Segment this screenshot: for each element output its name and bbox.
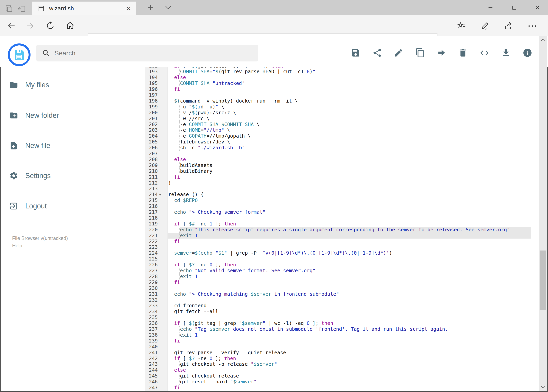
sidebar-item-my-files[interactable]: My files xyxy=(9,79,138,91)
code-line[interactable]: echo "This release script requires a sin… xyxy=(168,227,510,233)
back-icon[interactable] xyxy=(7,21,16,30)
code-line[interactable]: -e HOME="//tmp" \ xyxy=(168,127,230,133)
new-tab-icon[interactable] xyxy=(146,4,155,12)
save-button[interactable] xyxy=(351,48,361,58)
sidebar-item-label: Settings xyxy=(25,172,51,180)
code-line[interactable]: fi xyxy=(168,338,180,344)
code-line[interactable]: echo "Tag $semver does not exist in subm… xyxy=(168,326,451,332)
code-editor[interactable]: 192 if [ "$(git status -s)" != "" ]; the… xyxy=(145,67,539,391)
code-line[interactable]: fi xyxy=(168,385,180,391)
refresh-icon[interactable] xyxy=(46,21,55,30)
line-number: 215 xyxy=(145,197,158,203)
fold-arrow-icon[interactable]: ▾ xyxy=(159,193,161,197)
code-line[interactable]: cd frontend xyxy=(168,303,207,309)
code-line[interactable]: $(command -v winpty) docker run --rm -it… xyxy=(168,98,298,104)
info-button[interactable] xyxy=(523,48,532,58)
window-minimize-button[interactable] xyxy=(485,3,496,13)
search-input[interactable]: Search... xyxy=(36,45,258,62)
code-line[interactable]: semver=$(echo "$1" | grep -P '^v(0|[1-9]… xyxy=(168,250,392,256)
code-line[interactable]: fi xyxy=(168,238,180,245)
line-number: 200 xyxy=(145,110,158,116)
forward-icon[interactable] xyxy=(25,21,34,30)
code-line[interactable]: filebrowser/dev \ xyxy=(168,139,230,145)
window-close-button[interactable] xyxy=(532,3,543,13)
code-icon xyxy=(479,48,489,58)
code-button[interactable] xyxy=(479,48,489,58)
browser-tab[interactable]: wizard.sh × xyxy=(32,1,136,15)
code-line[interactable]: git checkout release xyxy=(168,373,239,379)
code-line[interactable]: git checkout -b release "$semver" xyxy=(168,361,277,367)
line-number: 233 xyxy=(145,303,158,309)
code-line[interactable]: exit 1 xyxy=(168,233,198,238)
download-icon xyxy=(501,48,511,58)
code-line[interactable]: COMMIT_SHA="untracked" xyxy=(168,80,245,86)
scroll-up-icon[interactable] xyxy=(540,37,546,43)
code-line[interactable]: if [ $? -ne 0 ]; then xyxy=(168,262,236,268)
sidebar-item-label: My files xyxy=(25,81,49,89)
code-line[interactable]: buildAssets xyxy=(168,162,213,168)
code-line[interactable]: fi xyxy=(168,86,180,92)
tab-chevron-icon[interactable] xyxy=(165,5,172,10)
help-link[interactable]: Help xyxy=(12,243,22,249)
hub-icon[interactable] xyxy=(457,21,466,30)
code-line[interactable]: fi xyxy=(168,280,180,285)
sidebar-item-settings[interactable]: Settings xyxy=(9,170,138,182)
code-line[interactable]: cd $REPO xyxy=(168,197,198,203)
code-line[interactable]: git reset --hard "$semver" xyxy=(168,379,257,385)
code-line[interactable]: echo "Not valid semver format. See semve… xyxy=(168,268,316,273)
tab-close-icon[interactable]: × xyxy=(127,5,131,12)
edit-button[interactable] xyxy=(394,48,403,58)
code-line[interactable]: COMMIT_SHA="$(git rev-parse HEAD | cut -… xyxy=(168,69,316,75)
code-line[interactable]: echo "> Checking matching $semver in fro… xyxy=(168,291,339,297)
code-line[interactable]: git rev-parse --verify --quiet release xyxy=(168,350,286,356)
copy-button[interactable] xyxy=(415,48,425,58)
code-line[interactable]: if [ $# -ne 1 ]; then xyxy=(168,221,236,227)
code-line[interactable]: fi xyxy=(168,174,180,180)
vertical-scrollbar[interactable] xyxy=(539,36,547,391)
line-number: 209 xyxy=(145,162,158,168)
code-line[interactable]: exit 1 xyxy=(168,273,198,280)
sidebar-item-logout[interactable]: Logout xyxy=(9,200,138,212)
line-number: 229 xyxy=(145,280,158,285)
code-line[interactable]: } xyxy=(168,180,171,186)
scrollbar-thumb[interactable] xyxy=(540,251,546,310)
share-page-icon[interactable] xyxy=(504,21,513,30)
code-line[interactable]: -u "$(id -u)" \ xyxy=(168,104,224,110)
home-icon[interactable] xyxy=(66,21,75,30)
code-line[interactable]: if [ $(git tag | grep "$semver" | wc -l)… xyxy=(168,320,333,326)
code-line[interactable]: echo "> Checking semver format" xyxy=(168,209,265,215)
code-line[interactable]: -e GOPATH=//tmp/gopath \ xyxy=(168,133,251,139)
more-icon[interactable] xyxy=(527,24,537,28)
download-button[interactable] xyxy=(501,48,511,58)
code-line[interactable]: sh -c "./wizard.sh -b" xyxy=(168,145,245,151)
code-line[interactable]: -e COMMIT_SHA=$COMMIT_SHA \ xyxy=(168,121,260,127)
scroll-down-icon[interactable] xyxy=(540,384,546,390)
code-line[interactable]: -w //src \ xyxy=(168,116,209,121)
sidebar-item-label: New folder xyxy=(25,111,59,119)
web-note-icon[interactable] xyxy=(480,21,490,30)
code-line[interactable]: exit 1 xyxy=(168,332,198,338)
sidebar-item-new-file[interactable]: New file xyxy=(9,140,138,152)
code-line[interactable]: release () { xyxy=(168,192,204,197)
line-number: 193 xyxy=(145,69,158,75)
sidebar-item-new-folder[interactable]: New folder xyxy=(9,110,138,121)
line-number: 221 xyxy=(145,233,158,238)
tab-preview-icon[interactable] xyxy=(5,5,13,13)
code-line[interactable]: git fetch --all xyxy=(168,309,218,315)
code-line[interactable]: if [ "$(git status -s)" != "" ]; then xyxy=(168,67,283,69)
code-line[interactable]: -v /$(pwd):/src:z \ xyxy=(168,110,236,116)
sidebar-divider xyxy=(1,161,145,161)
code-line[interactable]: buildBinary xyxy=(168,168,213,174)
code-line[interactable]: else xyxy=(168,157,186,162)
move-button[interactable] xyxy=(437,48,446,58)
code-line[interactable]: else xyxy=(168,367,186,373)
app-logo[interactable] xyxy=(8,43,30,66)
delete-button[interactable] xyxy=(458,48,468,58)
set-aside-tabs-icon[interactable] xyxy=(18,5,26,13)
window-maximize-button[interactable] xyxy=(509,3,520,13)
share-icon xyxy=(372,48,382,58)
line-number: 220 xyxy=(145,227,158,233)
share-button[interactable] xyxy=(372,48,382,58)
code-line[interactable]: else xyxy=(168,75,186,80)
code-line[interactable]: if [ $? -ne 0 ]; then xyxy=(168,356,236,362)
